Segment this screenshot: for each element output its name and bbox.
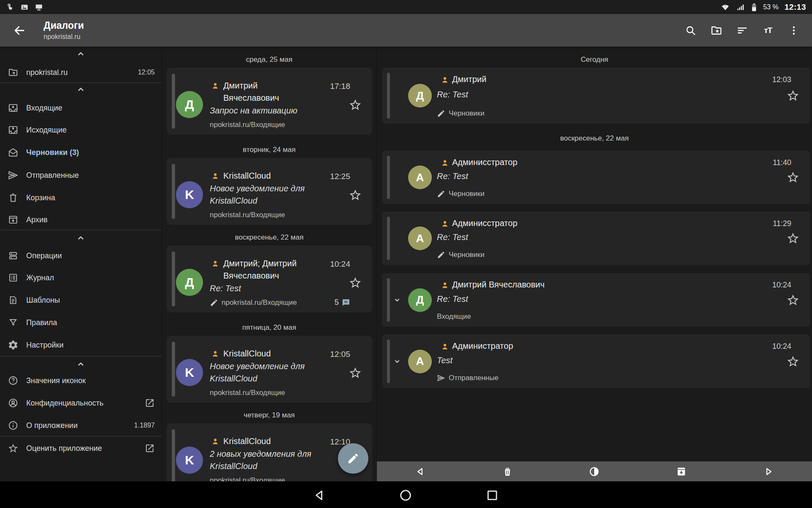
sidebar-item-icon-legend[interactable]: Значения иконок [0,370,162,392]
overflow-menu-button[interactable] [787,23,801,38]
sidebar-item-operations[interactable]: Операции [0,245,162,267]
app-screen: 53 % 12:13 Диалоги npokristal.ru [0,0,812,508]
sidebar-item-rate-app[interactable]: Оценить приложение [0,437,162,459]
conversation-message[interactable]: А Администратор 10:24 Test Отправленные [382,334,810,388]
previous-message-icon [415,466,426,477]
sidebar-item-label: Архив [26,215,47,224]
next-message-button[interactable] [725,461,812,481]
collapse-folders-chevron[interactable] [0,83,162,96]
message-subject: Re: Test [437,90,468,99]
avatar: K [176,359,203,386]
sidebar-item-about[interactable]: О приложении 1.1897 [0,414,162,436]
conversation-message[interactable]: Д Дмитрий Вячеславович 10:24 Re: Test Вх… [382,273,810,327]
collapse-accounts-chevron[interactable] [0,47,162,60]
sidebar-item-templates[interactable]: Шаблоны [0,289,162,311]
message-subject: Новое уведомление для KristallCloud [210,182,324,207]
conversation-message[interactable]: Д Дмитрий 12:03 Re: Test Черновики [382,68,810,124]
search-icon [685,25,697,36]
nav-back-button[interactable] [312,488,326,502]
thread-message-count: 5 [335,298,350,307]
compose-icon [347,452,359,465]
sidebar-item-drafts[interactable]: Черновики (3) [0,141,162,163]
status-right-cluster: 53 % 12:13 [721,3,806,12]
divider [0,230,162,230]
star-toggle[interactable] [786,355,800,368]
delete-button[interactable] [464,461,551,481]
sidebar-item-inbox[interactable]: Входящие [0,97,162,119]
sidebar-item-account[interactable]: npokristal.ru 12:05 [0,61,162,83]
thread-card[interactable]: K KristallCloud 12:05 Новое уведомление … [167,336,372,403]
folder-label: Черновики [449,251,485,259]
status-bar: 53 % 12:13 [0,0,812,14]
avatar: А [408,350,432,373]
message-subject: Запрос на активацию [210,105,324,117]
card-indicator-strip [172,251,175,306]
star-toggle[interactable] [348,366,362,380]
sidebar-item-trash[interactable]: Корзина [0,187,162,209]
avatar: А [408,226,432,250]
thread-card[interactable]: Д Дмитрий; Дмитрий Вячеславович 10:24 Re… [167,246,372,312]
date-header: Сегодня [377,55,812,64]
send-icon [8,170,19,181]
date-header: воскресенье, 22 мая [162,233,376,242]
thread-card[interactable]: Д Дмитрий Вячеславович 17:18 Запрос на а… [167,68,372,135]
overflow-menu-icon [788,25,799,36]
sidebar-item-privacy[interactable]: Конфиденциальность [0,392,162,414]
star-toggle[interactable] [786,171,800,184]
folder-label: Черновики [449,190,485,198]
previous-message-button[interactable] [377,461,464,481]
conversation-message[interactable]: А Админисстратор 11:40 Re: Test Черновик… [382,151,810,204]
person-icon [440,219,450,229]
outbox-icon [8,124,19,135]
star-toggle[interactable] [786,89,800,102]
conversation-message[interactable]: А Админисстратор 11:29 Re: Test Черновик… [382,212,810,265]
sender-name: Дмитрий [452,75,486,84]
collapse-tools-chevron[interactable] [0,232,162,244]
app-bar-titles: Диалоги npokristal.ru [44,19,84,41]
sidebar-item-sent[interactable]: Отправленные [0,164,162,186]
thread-card[interactable]: K KristallCloud 12:25 Новое уведомление … [167,158,372,225]
star-toggle[interactable] [348,276,362,290]
star-toggle[interactable] [786,293,800,307]
card-indicator-strip [387,278,390,322]
sidebar-item-rules[interactable]: Правила [0,312,162,334]
sidebar-item-label: npokristal.ru [26,68,68,77]
sidebar-item-archive[interactable]: Архив [0,209,162,231]
message-time: 10:24 [330,260,350,269]
card-indicator-strip [172,429,175,484]
avatar: Д [408,288,432,312]
sender-name: Дмитрий; Дмитрий Вячеславович [223,257,304,282]
sidebar-item-outbox[interactable]: Исходящие [0,119,162,141]
signal-strength-icon [736,3,745,11]
sidebar-item-label: Операции [26,251,62,260]
divider [0,356,162,356]
archive-button[interactable] [638,461,725,481]
sidebar-item-label: Исходящие [26,126,66,135]
sidebar-item-settings[interactable]: Настройки [0,334,162,356]
recents-icon [485,488,499,502]
help-circle-icon [8,375,19,386]
star-toggle[interactable] [786,232,800,245]
compose-fab[interactable] [338,443,368,474]
home-icon [398,488,413,502]
sidebar-item-journal[interactable]: Журнал [0,267,162,289]
sort-icon [736,25,748,36]
message-time: 11:40 [773,158,791,167]
star-toggle[interactable] [348,98,362,112]
sidebar-item-label: Корзина [26,193,55,202]
next-message-icon [763,466,774,477]
sort-button[interactable] [735,23,749,38]
expand-chevron[interactable] [392,295,402,305]
nav-recents-button[interactable] [485,488,499,502]
move-to-folder-button[interactable] [709,23,724,38]
back-button[interactable] [13,24,26,37]
toggle-read-button[interactable] [551,461,638,481]
collapse-extras-chevron[interactable] [0,358,162,370]
nav-home-button[interactable] [398,488,413,502]
expand-chevron[interactable] [392,356,402,367]
touch-indicator-icon [6,3,14,11]
message-time: 11:29 [773,219,791,228]
search-button[interactable] [683,23,698,38]
star-toggle[interactable] [348,188,362,202]
font-size-button[interactable]: тТ [761,23,775,38]
